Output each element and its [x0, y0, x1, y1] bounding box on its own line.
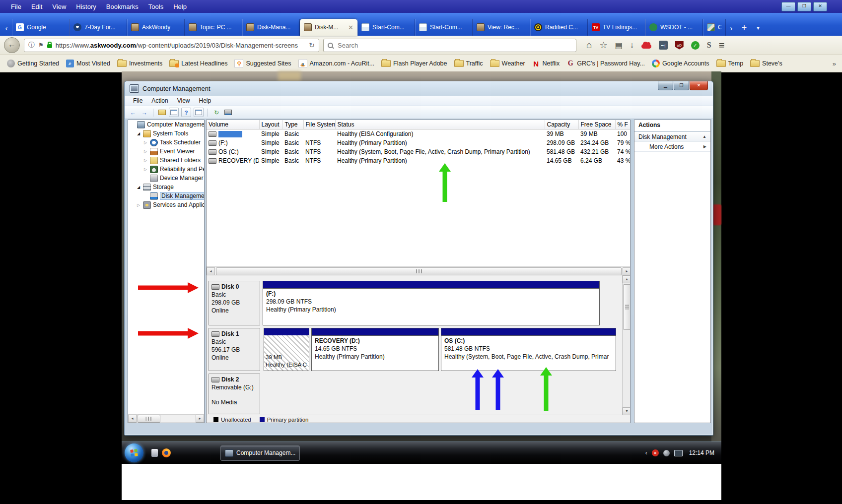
partition-os-c[interactable]: OS (C:) 581.48 GB NTFS Healthy (System, … — [441, 328, 616, 371]
bookmarks-overflow-icon[interactable]: » — [833, 60, 838, 67]
disk1-label[interactable]: Disk 1 Basic 596.17 GB Online — [209, 328, 260, 371]
tree-horizontal-scrollbar[interactable]: ◂ ▸ — [128, 414, 204, 423]
tab-radified[interactable]: Radified C... — [530, 19, 588, 36]
collapsed-icon[interactable]: ▷ — [136, 203, 141, 207]
scroll-left-icon[interactable]: ◂ — [207, 267, 215, 275]
collapsed-icon[interactable]: ▷ — [143, 149, 148, 154]
partition-eisa[interactable]: 39 MB Healthy (EISA C — [264, 328, 309, 371]
back-button[interactable]: ← — [4, 37, 20, 53]
partition-f[interactable]: (F:) 298.09 GB NTFS Healthy (Primary Par… — [263, 281, 600, 325]
tab-disk-management-1[interactable]: Disk-Mana... — [242, 19, 300, 36]
tab-wsdot[interactable]: WSDOT - ... — [645, 19, 703, 36]
scrollbar-thumb[interactable] — [138, 415, 160, 423]
cm-menu-view[interactable]: View — [173, 97, 195, 104]
menu-hamburger-icon[interactable]: ≡ — [719, 40, 725, 51]
tray-network-icon[interactable] — [674, 450, 683, 456]
scroll-left-icon[interactable]: ◂ — [128, 415, 137, 423]
cm-minimize-button[interactable]: ▁ — [658, 81, 673, 90]
export-list-icon[interactable] — [157, 108, 166, 117]
tree-item-event-viewer[interactable]: ▷Event Viewer — [128, 147, 204, 156]
taskbar-clock[interactable]: 12:14 PM — [689, 449, 714, 456]
console-tree-toggle-icon[interactable] — [169, 108, 179, 117]
close-button[interactable]: ✕ — [813, 2, 827, 11]
firefox-quick-launch-icon[interactable] — [162, 448, 171, 457]
bookmark-folder-temp[interactable]: Temp — [713, 60, 747, 67]
volume-list-horizontal-scrollbar[interactable]: ◂ ▸ — [207, 266, 631, 275]
cm-titlebar[interactable]: Computer Management — [125, 81, 713, 96]
tab-start-com-2[interactable]: Start-Com... — [415, 19, 473, 36]
bookmark-google-accounts[interactable]: Google Accounts — [649, 60, 712, 67]
scroll-right-icon[interactable]: ▸ — [623, 267, 631, 275]
tree-item-system-tools[interactable]: ◢System Tools — [128, 129, 204, 138]
password-manager-icon[interactable]: •••| — [659, 41, 668, 50]
minimize-button[interactable]: — — [781, 2, 795, 11]
col-volume[interactable]: Volume — [207, 120, 259, 129]
cloud-extension-icon[interactable] — [641, 44, 651, 49]
bookmark-folder-latest-headlines[interactable]: Latest Headlines — [166, 60, 230, 67]
new-tab-button[interactable]: + — [737, 20, 752, 36]
bookmark-star-icon[interactable]: ☆ — [599, 40, 607, 51]
bookmark-getting-started[interactable]: Getting Started — [4, 60, 62, 67]
col-percent-free[interactable]: % F — [615, 120, 631, 129]
url-bar[interactable]: ⓘ ⚑ https://www.askwoody.com/wp-content/… — [24, 39, 319, 52]
actions-disk-management[interactable]: Disk Management▲ — [634, 132, 710, 142]
menu-bookmarks[interactable]: Bookmarks — [101, 3, 143, 10]
tab-scroll-right-icon[interactable]: › — [726, 20, 737, 36]
https-lock-icon[interactable] — [47, 44, 52, 48]
disk-pane-vertical-scrollbar[interactable]: ▴ ▾ — [622, 275, 631, 415]
expand-icon[interactable]: ▶ — [703, 144, 706, 149]
forward-arrow-icon[interactable]: → — [140, 108, 149, 117]
tree-item-services[interactable]: ▷Services and Applicat — [128, 200, 204, 209]
security-check-icon[interactable]: ✓ — [691, 41, 700, 50]
properties-window-icon[interactable] — [194, 108, 204, 117]
col-capacity[interactable]: Capacity — [545, 120, 578, 129]
menu-history[interactable]: History — [71, 3, 101, 10]
menu-edit[interactable]: Edit — [26, 3, 47, 10]
search-input[interactable] — [337, 41, 572, 50]
reading-list-icon[interactable]: ▤ — [615, 41, 623, 50]
tab-tv-listings[interactable]: TVTV Listings... — [588, 19, 645, 36]
tree-item-reliability[interactable]: ▷Reliability and Perf — [128, 165, 204, 174]
tree-item-task-scheduler[interactable]: ▷Task Scheduler — [128, 138, 204, 147]
scroll-up-icon[interactable]: ▴ — [623, 275, 631, 283]
volume-row-recovery[interactable]: RECOVERY (D:) Simple Basic NTFS Healthy … — [207, 156, 631, 165]
cm-menu-file[interactable]: File — [129, 97, 147, 104]
scroll-down-icon[interactable]: ▾ — [623, 407, 631, 415]
start-button[interactable] — [125, 443, 143, 462]
search-bar[interactable] — [323, 39, 576, 52]
bookmark-folder-steves[interactable]: Steve's — [747, 60, 785, 67]
collapsed-icon[interactable]: ▷ — [143, 140, 148, 145]
tray-status-icon[interactable] — [663, 450, 670, 456]
scrollbar-thumb[interactable] — [623, 284, 631, 330]
bookmark-folder-flash-player[interactable]: Flash Player Adobe — [378, 60, 450, 67]
col-layout[interactable]: Layout — [259, 120, 282, 129]
cm-maximize-button[interactable]: ❐ — [674, 81, 689, 90]
tab-olympia-partial[interactable]: Oly — [703, 19, 726, 36]
ublock-origin-icon[interactable]: uO — [675, 41, 684, 50]
bookmark-grc[interactable]: GGRC's | Password Hay... — [563, 60, 648, 67]
page-info-icon[interactable]: ⓘ — [28, 41, 35, 50]
disk-management-toolbar-icon[interactable] — [223, 108, 232, 117]
menu-help[interactable]: Help — [168, 3, 192, 10]
tab-google[interactable]: GGoogle — [12, 19, 70, 36]
back-arrow-icon[interactable]: ← — [129, 108, 138, 117]
tab-7day-forecast[interactable]: 7-Day For... — [70, 19, 127, 36]
expanded-icon[interactable]: ◢ — [136, 131, 141, 136]
tree-item-storage[interactable]: ◢Storage — [128, 183, 204, 191]
tree-item-disk-management[interactable]: Disk Management — [128, 191, 204, 200]
downloads-icon[interactable]: ↓ — [630, 41, 634, 50]
tab-askwoody[interactable]: AskWoody — [127, 19, 185, 36]
bookmark-most-visited[interactable]: ⌕Most Visited — [63, 60, 113, 67]
bookmark-suggested-sites[interactable]: ⚲Suggested Sites — [231, 59, 294, 68]
refresh-icon[interactable]: ↻ — [212, 108, 221, 117]
col-file-system[interactable]: File System — [303, 120, 335, 129]
col-type[interactable]: Type — [282, 120, 303, 129]
restore-button[interactable]: ❐ — [797, 2, 811, 11]
volume-row-f[interactable]: (F:) Simple Basic NTFS Healthy (Primary … — [207, 138, 631, 147]
home-icon[interactable]: ⌂ — [586, 40, 592, 51]
url-text[interactable]: https://www.askwoody.com/wp-content/uplo… — [56, 42, 298, 49]
col-free-space[interactable]: Free Space — [578, 120, 615, 129]
partition-recovery[interactable]: RECOVERY (D:) 14.65 GB NTFS Healthy (Pri… — [311, 328, 439, 371]
volume-row-os-c[interactable]: OS (C:) Simple Basic NTFS Healthy (Syste… — [207, 147, 631, 156]
bookmark-folder-weather[interactable]: Weather — [487, 60, 528, 67]
